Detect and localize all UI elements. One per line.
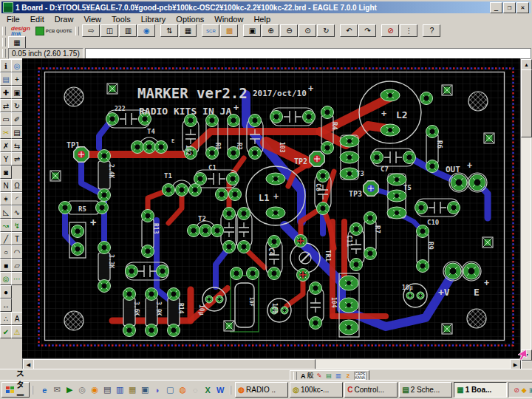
scroll-up-icon[interactable]: ▲ <box>521 59 532 70</box>
tool-mark[interactable]: + <box>11 72 23 86</box>
tool-hole[interactable]: ● <box>0 285 12 299</box>
zoom-fit-button[interactable]: ▣ <box>243 24 261 37</box>
screen-icon[interactable]: ▢ <box>164 384 176 396</box>
tool-change[interactable]: ✐ <box>11 112 23 126</box>
tool-miter[interactable]: ◜ <box>11 192 23 205</box>
pcb-quote-button[interactable]: PCB QUOTE <box>33 27 75 35</box>
toolbar-grip[interactable] <box>75 27 79 35</box>
tool-cut[interactable]: ✂ <box>0 126 12 139</box>
tool-smash[interactable]: ✶ <box>0 192 12 205</box>
taskbar-button-firefox[interactable]: ◍RADIO .. <box>235 382 288 398</box>
ie-icon[interactable]: e <box>38 384 50 396</box>
command-line-input[interactable] <box>86 49 531 58</box>
toolbar-grip[interactable] <box>2 38 6 47</box>
tool-optimize[interactable]: ◺ <box>0 205 12 219</box>
ime-input-mode[interactable]: A <box>301 372 306 380</box>
firefox-icon[interactable]: ◍ <box>177 384 188 396</box>
tool-group[interactable]: ▭ <box>0 112 12 126</box>
tool-paste[interactable]: ▤ <box>11 126 23 139</box>
tool-errors[interactable]: ⚠ <box>11 325 23 338</box>
toolbar-grip[interactable] <box>2 27 6 35</box>
tool-name[interactable]: N <box>0 179 12 192</box>
menu-draw[interactable]: Draw <box>50 14 79 24</box>
tool-move[interactable]: ✚ <box>0 86 12 99</box>
ime-pad-icon[interactable]: ▤ <box>325 372 333 380</box>
zoom-redraw-button[interactable]: ↻ <box>317 24 335 37</box>
horizontal-scrollbar[interactable]: ◀ ▶ <box>22 358 522 369</box>
menu-view[interactable]: View <box>78 14 106 24</box>
tool-circle[interactable]: ○ <box>0 245 12 259</box>
menu-options[interactable]: Options <box>171 14 209 24</box>
search-icon[interactable]: ◎ <box>76 384 88 396</box>
taskbar-button-board[interactable]: ▦1 Boa... <box>454 382 507 398</box>
tool-show[interactable]: ◎ <box>11 59 23 72</box>
script-button[interactable]: SCR <box>202 24 219 37</box>
zoom-out-button[interactable]: ⊖ <box>280 24 298 37</box>
notepad-icon[interactable]: ▤ <box>101 384 113 396</box>
menu-help[interactable]: Help <box>248 14 276 24</box>
close-button[interactable]: ✕ <box>516 2 529 13</box>
photo-icon[interactable]: ▦ <box>126 384 138 396</box>
start-button[interactable]: スタート <box>1 382 30 398</box>
security-tray-icon[interactable]: ◆ <box>522 386 527 394</box>
tool-pinswap[interactable]: ⇆ <box>11 139 23 152</box>
menu-tools[interactable]: Tools <box>106 14 136 24</box>
computer-icon[interactable]: ▣ <box>139 384 151 396</box>
print-button[interactable]: ▥ <box>119 24 137 37</box>
tool-lock[interactable]: ◙ <box>0 166 12 179</box>
grid-button[interactable]: ▦ <box>8 36 26 49</box>
columns-button[interactable]: ▦ <box>179 24 197 37</box>
open-button[interactable]: ⇨ <box>82 24 100 37</box>
tool-route[interactable]: ↝ <box>0 219 12 232</box>
tool-polygon[interactable]: ▱ <box>11 259 23 272</box>
menu-window[interactable]: Window <box>209 14 248 24</box>
taskbar-grip[interactable] <box>32 386 33 395</box>
tool-arc[interactable]: ◠ <box>11 245 23 259</box>
tool-meander[interactable]: ∿ <box>11 205 23 219</box>
designlink-logo[interactable]: design link <box>9 26 33 36</box>
tool-ratsnest[interactable]: ∴ <box>0 312 12 325</box>
ime-partner-icon[interactable]: 2 <box>344 372 352 380</box>
ime-dictionary-icon[interactable]: ▥ <box>335 372 343 380</box>
vertical-scrollbar[interactable]: ▲ ▼ <box>520 58 531 361</box>
stop-button[interactable]: ⊘ <box>381 24 399 37</box>
network-tray-icon[interactable]: ▣ <box>529 386 532 394</box>
redo-button[interactable]: ↷ <box>358 24 376 37</box>
taskbar-grip[interactable] <box>230 386 231 395</box>
tool-split[interactable]: Y <box>0 152 12 166</box>
toolbar-grip[interactable] <box>2 49 6 58</box>
tool-auto[interactable]: A <box>11 312 23 325</box>
tool-replace[interactable]: ⇌ <box>11 152 23 166</box>
tool-delete[interactable]: ✗ <box>0 139 12 152</box>
ime-caps-kana-icon[interactable]: CAPS KANA <box>354 372 367 381</box>
minimize-button[interactable]: _ <box>490 2 502 13</box>
book-icon[interactable]: ▥ <box>114 384 126 396</box>
ime-brush-icon[interactable]: ✎ <box>316 372 324 380</box>
save-button[interactable]: ◫ <box>100 24 118 37</box>
image-button[interactable]: ▩ <box>220 24 238 37</box>
undo-button[interactable]: ↶ <box>340 24 358 37</box>
ime-grip[interactable] <box>293 372 297 381</box>
scroll-down-icon[interactable]: ▼ <box>521 349 532 361</box>
taskbar-button-control[interactable]: CControl... <box>344 382 398 398</box>
zoom-in-button[interactable]: ⊕ <box>262 24 279 37</box>
board-canvas[interactable]: MARKER ver2.22017/oct/10RADIO KITS IN JA… <box>22 58 522 360</box>
cam-button[interactable]: ◉ <box>137 24 155 37</box>
go-button[interactable]: ⋮ <box>400 24 417 37</box>
menu-edit[interactable]: Edit <box>25 14 50 24</box>
chat-icon[interactable]: ◗ <box>151 384 163 396</box>
media-icon[interactable]: ▶ <box>64 384 75 396</box>
tool-dimension[interactable]: ↔ <box>0 299 12 312</box>
help-button[interactable]: ? <box>423 24 440 37</box>
tool-mirror[interactable]: ⇄ <box>0 99 12 112</box>
ghost-icon[interactable]: ◌ <box>189 384 201 396</box>
taskbar-button-schematic[interactable]: ▤2 Sche... <box>399 382 452 398</box>
tool-value[interactable]: Ω <box>11 179 23 192</box>
mail-icon[interactable]: ✉ <box>51 384 63 396</box>
tool-copy[interactable]: ▣ <box>11 86 23 99</box>
tool-rect[interactable]: ■ <box>0 259 12 272</box>
updown-button[interactable]: ⇅ <box>160 24 178 37</box>
tool-display[interactable]: ▤ <box>0 72 12 86</box>
tool-text[interactable]: T <box>11 232 23 245</box>
zoom-select-button[interactable]: ⊙ <box>299 24 316 37</box>
